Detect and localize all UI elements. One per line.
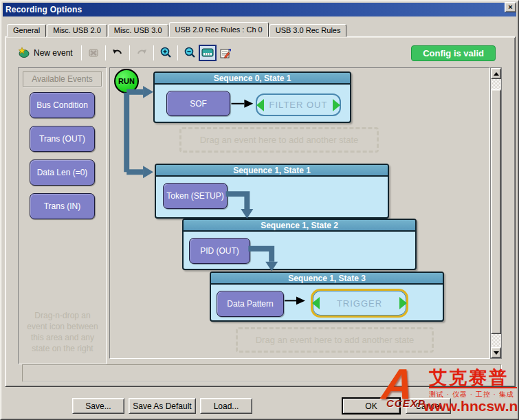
chevron-left-icon <box>312 297 320 309</box>
add-state-placeholder[interactable]: Drag an event here to add another state <box>236 327 434 353</box>
tab-misc-usb-30[interactable]: Misc. USB 3.0 <box>108 24 168 37</box>
tab-bar: General Misc. USB 2.0 Misc. USB 3.0 USB … <box>7 22 347 37</box>
chevron-right-icon <box>399 297 407 309</box>
close-icon: × <box>508 3 512 11</box>
arrow-down-icon <box>494 351 499 355</box>
undo-icon[interactable] <box>109 45 126 61</box>
load-button[interactable]: Load... <box>200 398 252 414</box>
arrow-up-icon <box>494 72 499 76</box>
state-event-pid-out[interactable]: PID (OUT) <box>189 238 250 264</box>
cancel-button[interactable]: Cancel <box>406 398 451 414</box>
sequence-1-state-3[interactable]: Sequence 1, State 3 Data Pattern TRIGGER <box>210 272 444 322</box>
new-event-button[interactable]: New event <box>12 44 78 62</box>
tab-usb20-rec-rules[interactable]: USB 2.0 Rec Rules : Ch 0 <box>169 22 269 37</box>
titlebar[interactable]: Recording Options <box>3 3 516 16</box>
sequence-1-state-2[interactable]: Sequence 1, State 2 PID (OUT) <box>182 219 417 270</box>
config-status-badge: Config is valid <box>411 45 496 61</box>
scroll-up-button[interactable] <box>491 68 501 79</box>
event-data-len[interactable]: Data Len (=0) <box>30 159 95 186</box>
toolbar-separator <box>177 45 178 60</box>
fit-view-icon[interactable] <box>199 45 217 61</box>
event-bus-condition[interactable]: Bus Condition <box>30 92 95 118</box>
status-strip <box>22 364 501 382</box>
toolbar: New event <box>12 43 508 63</box>
available-events-panel: Available Events Bus Condition Trans (OU… <box>18 67 107 364</box>
run-node[interactable]: RUN <box>114 69 139 93</box>
state-event-sof[interactable]: SOF <box>166 91 230 116</box>
sequence-1-state-1[interactable]: Sequence 1, State 1 Token (SETUP) <box>155 164 389 219</box>
action-filter-out[interactable]: FILTER OUT <box>256 93 341 116</box>
sequence-title: Sequence 1, State 3 <box>211 273 443 285</box>
close-button[interactable]: × <box>505 2 516 12</box>
rec-rules-page: New event <box>5 36 516 387</box>
tab-usb30-rec-rules[interactable]: USB 3.0 Rec Rules <box>269 24 347 37</box>
toolbar-separator <box>153 45 154 60</box>
window-title: Recording Options <box>5 5 82 14</box>
state-event-data-pattern[interactable]: Data Pattern <box>217 291 284 317</box>
sequence-title: Sequence 1, State 1 <box>156 165 388 177</box>
state-event-token-setup[interactable]: Token (SETUP) <box>163 183 228 209</box>
delete-icon[interactable] <box>85 45 102 61</box>
scroll-down-button[interactable] <box>491 347 501 358</box>
canvas-scrollbar[interactable] <box>490 67 502 359</box>
action-label: FILTER OUT <box>269 100 328 110</box>
tab-general[interactable]: General <box>7 24 46 37</box>
toolbar-separator <box>129 45 130 60</box>
chevron-left-icon <box>256 99 264 111</box>
action-label: TRIGGER <box>337 298 382 309</box>
rules-canvas[interactable]: RUN Sequence 0, State 1 SOF FILTER OUT D… <box>109 67 490 359</box>
sequence-title: Sequence 0, State 1 <box>155 73 350 85</box>
new-event-icon <box>18 47 30 60</box>
event-trans-out[interactable]: Trans (OUT) <box>30 126 95 152</box>
zoom-out-icon[interactable] <box>181 45 199 61</box>
tab-misc-usb-20[interactable]: Misc. USB 2.0 <box>47 24 107 37</box>
ok-button[interactable]: OK <box>342 398 400 414</box>
recording-options-dialog: Recording Options × General Misc. USB 2.… <box>0 0 519 420</box>
event-trans-in[interactable]: Trans (IN) <box>30 193 95 219</box>
drag-drop-hint: Drag-n-drop an event icon between this a… <box>24 310 101 354</box>
available-events-header: Available Events <box>23 71 102 87</box>
scrollbar-thumb[interactable] <box>491 89 501 334</box>
sequence-0-state-1[interactable]: Sequence 0, State 1 SOF FILTER OUT <box>153 71 351 123</box>
new-event-label: New event <box>34 48 73 58</box>
save-button[interactable]: Save... <box>72 398 124 414</box>
sequence-title: Sequence 1, State 2 <box>184 220 415 232</box>
watermark-divider <box>429 387 517 388</box>
properties-icon[interactable] <box>217 45 234 61</box>
toolbar-separator <box>81 45 82 60</box>
action-trigger[interactable]: TRIGGER <box>311 289 408 318</box>
add-state-placeholder[interactable]: Drag an event here to add another state <box>179 127 379 153</box>
chevron-right-icon <box>333 99 340 111</box>
save-as-default-button[interactable]: Save As Default <box>129 398 196 414</box>
redo-icon[interactable] <box>133 45 151 61</box>
zoom-in-icon[interactable] <box>157 45 175 61</box>
toolbar-separator <box>105 45 106 60</box>
